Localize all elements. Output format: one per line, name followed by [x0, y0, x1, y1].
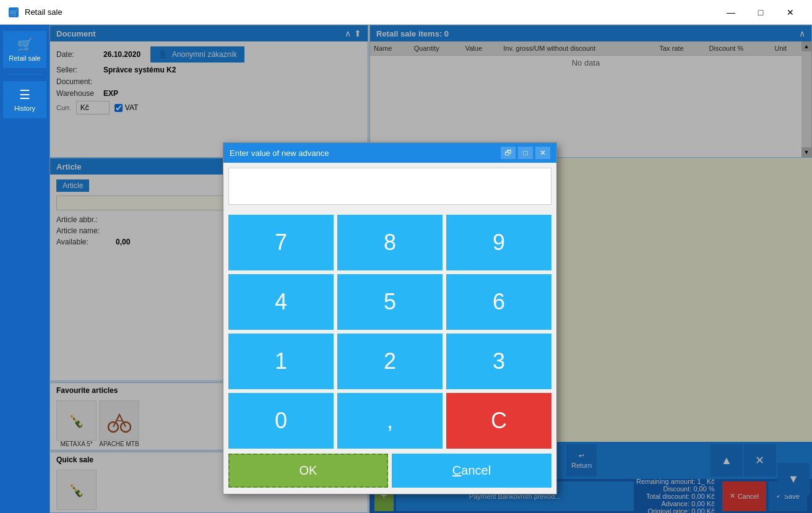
- cancel-rest: ancel: [461, 463, 491, 477]
- num-2-btn[interactable]: 2: [337, 334, 443, 389]
- num-4-btn[interactable]: 4: [228, 274, 334, 330]
- dialog-display: [228, 168, 551, 205]
- num-1-btn[interactable]: 1: [228, 334, 334, 389]
- cart-icon: 🛒: [17, 37, 33, 52]
- sidebar-item-retail-sale[interactable]: 🛒 Retail sale: [3, 31, 46, 68]
- sidebar-item-retail-label: Retail sale: [9, 54, 40, 62]
- numpad: 7 8 9 4 5 6 1 2 3 0 , C: [223, 210, 556, 454]
- cancel-underline: C: [452, 463, 461, 477]
- num-0-btn[interactable]: 0: [228, 393, 334, 449]
- sidebar-divider: [6, 74, 43, 75]
- svg-text:🛒: 🛒: [9, 8, 19, 17]
- title-bar: 🛒 Retail sale — □ ✕: [0, 0, 812, 25]
- app-icon: 🛒: [7, 6, 20, 19]
- num-clear-btn[interactable]: C: [446, 393, 551, 449]
- window-title: Retail sale: [25, 7, 717, 17]
- dialog-titlebar: Enter value of new advance 🗗 □ ✕: [223, 143, 556, 163]
- sidebar-item-history[interactable]: ☰ History: [3, 81, 46, 118]
- dialog-max-btn[interactable]: □: [518, 147, 533, 159]
- num-7-btn[interactable]: 7: [228, 215, 334, 270]
- sidebar-item-history-label: History: [14, 105, 35, 112]
- close-button[interactable]: ✕: [776, 2, 805, 22]
- num-6-btn[interactable]: 6: [446, 274, 551, 330]
- num-comma-btn[interactable]: ,: [337, 393, 443, 449]
- window-controls: — □ ✕: [717, 2, 805, 22]
- left-sidebar: 🛒 Retail sale ☰ History: [0, 25, 50, 513]
- dialog-actions: OK Cancel: [223, 454, 556, 494]
- advance-dialog: Enter value of new advance 🗗 □ ✕ 7 8 9: [223, 142, 557, 494]
- num-5-btn[interactable]: 5: [337, 274, 443, 330]
- content-area: Document ∧ ⬆ Date: 26.10.2020 👤 Anonymní…: [50, 25, 812, 513]
- main-layout: 🛒 Retail sale ☰ History Document ∧ ⬆: [0, 25, 812, 513]
- num-3-btn[interactable]: 3: [446, 334, 551, 389]
- dialog-cancel-btn[interactable]: Cancel: [392, 454, 551, 488]
- dialog-title: Enter value of new advance: [230, 149, 329, 158]
- dialog-ok-btn[interactable]: OK: [228, 454, 388, 488]
- dialog-titlebar-btns: 🗗 □ ✕: [501, 147, 550, 159]
- num-9-btn[interactable]: 9: [446, 215, 551, 270]
- dialog-overlay: Enter value of new advance 🗗 □ ✕ 7 8 9: [50, 25, 812, 513]
- minimize-button[interactable]: —: [717, 2, 745, 22]
- dialog-close-btn[interactable]: ✕: [535, 147, 550, 159]
- history-icon: ☰: [19, 87, 30, 102]
- maximize-button[interactable]: □: [746, 2, 775, 22]
- num-8-btn[interactable]: 8: [337, 215, 443, 270]
- dialog-restore-btn[interactable]: 🗗: [501, 147, 516, 159]
